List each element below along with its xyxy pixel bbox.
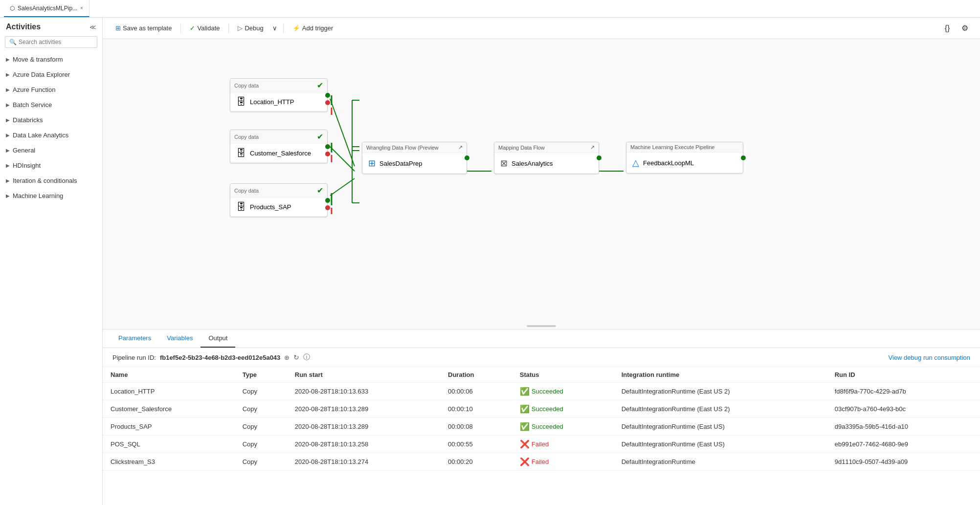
collapse-icon[interactable]: ≪ xyxy=(89,23,96,31)
sidebar: Activities ≪ 🔍 ▶ Move & transform ▶ Azur… xyxy=(0,18,103,505)
table-row[interactable]: Products_SAP Copy 2020-08-28T18:10:13.28… xyxy=(103,418,980,436)
copy-node-customer-salesforce[interactable]: Copy data ✔ 🗄 Customer_Salesforce xyxy=(230,130,328,163)
wrangling-label: Wrangling Data Flow (Preview xyxy=(366,145,439,151)
validate-button[interactable]: ✓ Validate xyxy=(185,22,224,34)
tab-title: SalesAnalyticsMLPip... xyxy=(18,5,77,12)
copy-node-body: 🗄 Products_SAP xyxy=(230,198,327,217)
copy-node-products-sap[interactable]: Copy data ✔ 🗄 Products_SAP xyxy=(230,183,328,217)
code-view-button[interactable]: {} xyxy=(940,21,955,36)
chevron-icon: ▶ xyxy=(6,102,10,108)
toolbar-right-actions: {} ⚙ xyxy=(940,21,972,36)
port-right-green xyxy=(325,93,330,98)
success-check-icon: ✔ xyxy=(317,81,323,90)
pipeline-tab[interactable]: ⬡ SalesAnalyticsMLPip... × xyxy=(4,0,89,17)
sidebar-item-label: General xyxy=(13,147,35,154)
failed-icon: ❌ xyxy=(520,457,530,466)
cell-status: ✅ Succeeded xyxy=(512,383,614,400)
search-icon: 🔍 xyxy=(9,39,17,45)
copy-node-body: 🗄 Customer_Salesforce xyxy=(230,144,327,163)
sidebar-item-general[interactable]: ▶ General xyxy=(0,143,102,158)
sidebar-header-controls: ≪ xyxy=(89,23,96,31)
cell-type: Copy xyxy=(235,400,287,418)
ml-pipeline-node[interactable]: Machine Learning Execute Pipeline △ Feed… xyxy=(626,142,743,174)
chevron-icon: ▶ xyxy=(6,117,10,123)
cell-duration: 00:00:10 xyxy=(440,400,512,418)
chevron-icon: ▶ xyxy=(6,193,10,198)
cell-type: Copy xyxy=(235,453,287,471)
cell-run-id: eb991e07-7462-4680-9e9 xyxy=(827,436,980,453)
tab-variables[interactable]: Variables xyxy=(159,329,200,348)
sidebar-item-data-lake-analytics[interactable]: ▶ Data Lake Analytics xyxy=(0,128,102,143)
resize-handle[interactable] xyxy=(527,325,556,327)
table-row[interactable]: Location_HTTP Copy 2020-08-28T18:10:13.6… xyxy=(103,383,980,400)
svg-line-1 xyxy=(330,147,355,171)
cell-run-id: fd8f6f9a-770c-4229-ad7b xyxy=(827,383,980,400)
toolbar: ⊞ Save as template ✓ Validate ▷ Debug ∨ … xyxy=(103,18,980,39)
sidebar-item-batch-service[interactable]: ▶ Batch Service xyxy=(0,97,102,112)
status-success: ✅ Succeeded xyxy=(520,387,606,396)
main-layout: Activities ≪ 🔍 ▶ Move & transform ▶ Azur… xyxy=(0,18,980,505)
wrangling-dataflow-node[interactable]: Wrangling Data Flow (Preview ↗ ⊞ SalesDa… xyxy=(362,142,467,174)
table-row[interactable]: Clickstream_S3 Copy 2020-08-28T18:10:13.… xyxy=(103,453,980,471)
tab-close-button[interactable]: × xyxy=(80,5,83,11)
sidebar-item-move-transform[interactable]: ▶ Move & transform xyxy=(0,52,102,67)
debug-button[interactable]: ▷ Debug xyxy=(233,22,268,34)
cell-run-start: 2020-08-28T18:10:13.289 xyxy=(287,400,440,418)
sidebar-item-machine-learning[interactable]: ▶ Machine Learning xyxy=(0,188,102,203)
mapping-icon: ⊠ xyxy=(500,158,508,169)
cell-integration-runtime: DefaultIntegrationRuntime xyxy=(614,453,827,471)
failed-icon: ❌ xyxy=(520,439,530,449)
mapping-dataflow-node[interactable]: Mapping Data Flow ↗ ⊠ SalesAnalytics xyxy=(494,142,599,174)
cell-run-id: 03cf907b-a760-4e93-b0c xyxy=(827,400,980,418)
search-box[interactable]: 🔍 xyxy=(5,36,97,48)
refresh-icon[interactable]: ↻ xyxy=(293,353,299,361)
tab-output[interactable]: Output xyxy=(200,329,235,348)
cell-name: Clickstream_S3 xyxy=(103,453,235,471)
validate-label: Validate xyxy=(197,24,220,32)
status-failed: ❌ Failed xyxy=(520,457,606,466)
cell-run-start: 2020-08-28T18:10:13.274 xyxy=(287,453,440,471)
sidebar-item-label: Move & transform xyxy=(13,56,63,63)
chevron-icon: ▶ xyxy=(6,148,10,153)
cell-run-start: 2020-08-28T18:10:13.289 xyxy=(287,418,440,436)
save-template-button[interactable]: ⊞ Save as template xyxy=(111,22,177,34)
cell-name: Location_HTTP xyxy=(103,383,235,400)
copy-id-icon[interactable]: ⊕ xyxy=(284,354,290,361)
sidebar-item-databricks[interactable]: ▶ Databricks xyxy=(0,112,102,128)
sidebar-item-label: HDInsight xyxy=(13,162,41,169)
sidebar-item-hdinsight[interactable]: ▶ HDInsight xyxy=(0,158,102,173)
pipeline-canvas-area: Copy data ✔ 🗄 Location_HTTP Copy data ✔ xyxy=(103,39,980,329)
toolbar-separator-3 xyxy=(283,23,284,33)
sidebar-item-azure-data-explorer[interactable]: ▶ Azure Data Explorer xyxy=(0,67,102,82)
save-template-label: Save as template xyxy=(123,24,172,32)
debug-dropdown-button[interactable]: ∨ xyxy=(270,22,279,34)
sidebar-item-iteration-conditionals[interactable]: ▶ Iteration & conditionals xyxy=(0,173,102,188)
status-failed: ❌ Failed xyxy=(520,439,606,449)
sidebar-item-azure-function[interactable]: ▶ Azure Function xyxy=(0,82,102,97)
right-panel: ⊞ Save as template ✓ Validate ▷ Debug ∨ … xyxy=(103,18,980,505)
flow-node-body: △ FeedbackLoopML xyxy=(626,153,743,173)
settings-button[interactable]: ⚙ xyxy=(958,21,972,36)
copy-node-location-http[interactable]: Copy data ✔ 🗄 Location_HTTP xyxy=(230,78,328,112)
cell-run-start: 2020-08-28T18:10:13.258 xyxy=(287,436,440,453)
table-row[interactable]: Customer_Salesforce Copy 2020-08-28T18:1… xyxy=(103,400,980,418)
debug-icon: ▷ xyxy=(238,24,243,32)
success-check-icon: ✔ xyxy=(317,186,323,195)
tab-parameters[interactable]: Parameters xyxy=(111,329,159,348)
tab-bar: ⬡ SalesAnalyticsMLPip... × xyxy=(0,0,980,18)
port-right-green xyxy=(597,155,601,160)
trigger-icon: ⚡ xyxy=(292,24,300,32)
chevron-icon: ▶ xyxy=(6,163,10,168)
add-trigger-button[interactable]: ⚡ Add trigger xyxy=(288,22,338,34)
col-header-run-start: Run start xyxy=(287,367,440,383)
port-right-red xyxy=(325,152,330,156)
info-icon[interactable]: ⓘ xyxy=(303,353,310,362)
sidebar-header: Activities ≪ xyxy=(0,18,102,34)
table-row[interactable]: POS_SQL Copy 2020-08-28T18:10:13.258 00:… xyxy=(103,436,980,453)
status-success: ✅ Succeeded xyxy=(520,422,606,431)
search-input[interactable] xyxy=(19,39,93,45)
sidebar-item-label: Batch Service xyxy=(13,101,52,109)
view-debug-link[interactable]: View debug run consumption xyxy=(889,354,970,361)
col-header-run-id: Run ID xyxy=(827,367,980,383)
toolbar-separator xyxy=(180,23,181,33)
